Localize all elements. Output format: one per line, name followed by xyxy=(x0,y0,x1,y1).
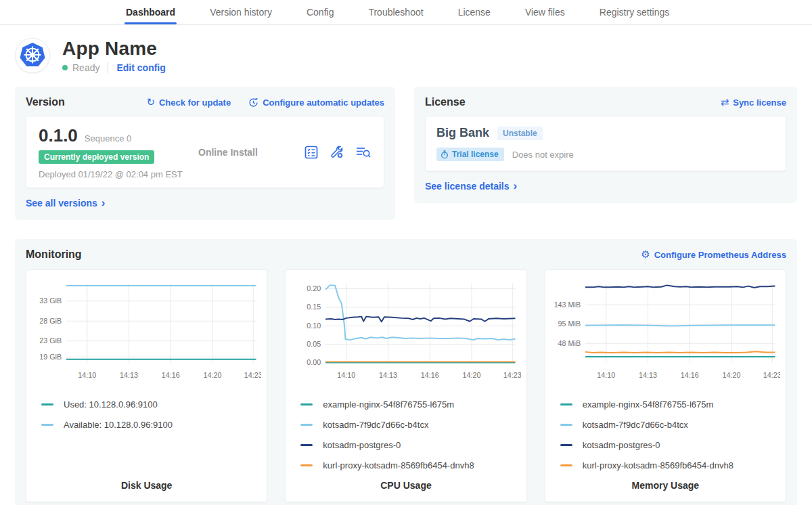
svg-text:0.15: 0.15 xyxy=(307,303,321,311)
svg-text:14:23: 14:23 xyxy=(503,371,521,379)
legend-item: kotsadm-postgres-0 xyxy=(300,440,520,450)
memory-usage-chart: 14:1014:1314:1614:2014:23143 MiB95 MiB48… xyxy=(551,277,780,384)
legend-color-dash xyxy=(300,403,313,405)
version-card-title: Version xyxy=(26,96,65,108)
configure-prometheus-link[interactable]: ⚙ Configure Prometheus Address xyxy=(641,250,786,260)
svg-text:0.05: 0.05 xyxy=(307,340,321,348)
monitoring-section: Monitoring ⚙ Configure Prometheus Addres… xyxy=(15,239,797,505)
legend-color-dash xyxy=(560,444,572,446)
svg-text:14:10: 14:10 xyxy=(338,371,356,379)
svg-text:14:20: 14:20 xyxy=(722,371,740,379)
svg-text:14:23: 14:23 xyxy=(244,371,262,379)
legend-item: kurl-proxy-kotsadm-8569fb6454-dnvh8 xyxy=(300,460,520,470)
legend-label: Available: 10.128.0.96:9100 xyxy=(64,420,173,430)
tab-license[interactable]: License xyxy=(458,0,491,24)
license-customer-name: Big Bank xyxy=(436,126,489,140)
legend-label: kotsadm-7f9dc7d66c-b4tcx xyxy=(323,420,428,430)
app-status-text: Ready xyxy=(72,62,99,73)
svg-text:14:16: 14:16 xyxy=(421,371,439,379)
svg-text:143 MiB: 143 MiB xyxy=(554,301,581,309)
monitoring-title: Monitoring xyxy=(26,248,82,261)
legend-item: kurl-proxy-kotsadm-8569fb6454-dnvh8 xyxy=(560,460,780,470)
legend-label: kurl-proxy-kotsadm-8569fb6454-dnvh8 xyxy=(583,460,734,470)
license-card: License ⇄ Sync license Big Bank Unstable xyxy=(414,87,797,203)
svg-text:14:20: 14:20 xyxy=(463,371,481,379)
preflight-checks-icon[interactable] xyxy=(304,145,319,160)
trial-license-badge: Trial license xyxy=(436,148,504,161)
stopwatch-icon xyxy=(441,150,449,159)
svg-text:14:13: 14:13 xyxy=(639,371,657,379)
legend-label: kotsadm-postgres-0 xyxy=(323,440,401,450)
memory-usage-legend: example-nginx-54f8f76755-l675mkotsadm-7f… xyxy=(560,389,780,470)
svg-text:19 GiB: 19 GiB xyxy=(39,353,62,361)
tab-dashboard[interactable]: Dashboard xyxy=(126,0,175,24)
svg-text:48 MiB: 48 MiB xyxy=(558,339,581,347)
version-number: 0.1.0 xyxy=(39,125,78,146)
divider xyxy=(108,62,108,73)
svg-text:0.20: 0.20 xyxy=(307,284,321,292)
edit-config-link[interactable]: Edit config xyxy=(116,62,165,73)
svg-text:33 GiB: 33 GiB xyxy=(39,297,62,305)
memory-usage-chart-card: 14:1014:1314:1614:2014:23143 MiB95 MiB48… xyxy=(545,269,786,502)
chart-title: CPU Usage xyxy=(291,470,520,493)
channel-badge: Unstable xyxy=(497,127,543,140)
app-name-title: App Name xyxy=(62,38,166,60)
disk-usage-chart-card: 14:1014:1314:1614:2014:2333 GiB28 GiB23 … xyxy=(26,269,267,502)
chart-title: Disk Usage xyxy=(32,470,261,493)
tab-troubleshoot[interactable]: Troubleshoot xyxy=(368,0,423,24)
check-for-update-link[interactable]: ↻ Check for update xyxy=(146,97,231,108)
tab-config[interactable]: Config xyxy=(307,0,334,24)
legend-color-dash xyxy=(560,464,572,466)
current-version-panel: 0.1.0 Sequence 0 Currently deployed vers… xyxy=(26,116,384,188)
svg-text:0.10: 0.10 xyxy=(307,322,321,330)
deployed-badge: Currently deployed version xyxy=(39,150,154,164)
license-card-title: License xyxy=(425,96,466,108)
legend-item: example-nginx-54f8f76755-l675m xyxy=(560,399,780,410)
svg-text:14:20: 14:20 xyxy=(203,371,221,379)
svg-text:14:10: 14:10 xyxy=(597,371,615,379)
legend-color-dash xyxy=(41,403,53,405)
sync-license-link[interactable]: ⇄ Sync license xyxy=(721,97,786,108)
legend-color-dash xyxy=(41,424,53,426)
version-sequence: Sequence 0 xyxy=(85,133,131,144)
svg-text:14:16: 14:16 xyxy=(162,371,180,379)
configure-automatic-updates-link[interactable]: Configure automatic updates xyxy=(248,97,384,108)
tab-version-history[interactable]: Version history xyxy=(210,0,272,24)
svg-text:28 GiB: 28 GiB xyxy=(39,317,62,325)
cpu-usage-chart-card: 14:1014:1314:1614:2014:230.200.150.100.0… xyxy=(285,269,526,502)
legend-color-dash xyxy=(300,464,313,466)
top-navigation: Dashboard Version history Config Trouble… xyxy=(0,0,812,25)
svg-text:14:10: 14:10 xyxy=(78,371,96,379)
license-expiry-text: Does not expire xyxy=(512,150,574,160)
see-all-versions-link[interactable]: See all versions › xyxy=(26,198,106,209)
tab-registry-settings[interactable]: Registry settings xyxy=(600,0,669,24)
license-panel: Big Bank Unstable Trial license Does not… xyxy=(425,116,786,171)
legend-item: kotsadm-7f9dc7d66c-b4tcx xyxy=(560,420,780,430)
disk-usage-chart: 14:1014:1314:1614:2014:2333 GiB28 GiB23 … xyxy=(32,277,261,384)
gear-icon: ⚙ xyxy=(641,250,650,260)
refresh-icon: ↻ xyxy=(146,97,155,108)
edit-config-icon[interactable] xyxy=(330,145,344,160)
svg-text:14:23: 14:23 xyxy=(763,371,780,379)
cpu-usage-legend: example-nginx-54f8f76755-l675mkotsadm-7f… xyxy=(300,389,520,470)
view-logs-icon[interactable] xyxy=(355,145,371,160)
cpu-usage-chart: 14:1014:1314:1614:2014:230.200.150.100.0… xyxy=(291,277,520,384)
svg-text:14:13: 14:13 xyxy=(379,371,397,379)
legend-label: example-nginx-54f8f76755-l675m xyxy=(583,399,714,410)
see-license-details-link[interactable]: See license details › xyxy=(425,181,517,192)
legend-color-dash xyxy=(300,424,313,426)
install-type-label: Online Install xyxy=(194,147,304,158)
disk-usage-legend: Used: 10.128.0.96:9100Available: 10.128.… xyxy=(41,389,261,430)
ready-status-dot xyxy=(62,65,68,70)
app-logo xyxy=(15,38,50,73)
chevron-right-icon: › xyxy=(102,197,106,208)
legend-label: kotsadm-7f9dc7d66c-b4tcx xyxy=(583,420,688,430)
app-header: App Name Ready Edit config xyxy=(15,38,797,73)
legend-item: kotsadm-7f9dc7d66c-b4tcx xyxy=(300,420,520,430)
legend-item: Available: 10.128.0.96:9100 xyxy=(41,420,261,430)
legend-color-dash xyxy=(300,444,313,446)
deployed-timestamp: Deployed 01/19/22 @ 02:04 pm EST xyxy=(39,169,194,179)
legend-item: Used: 10.128.0.96:9100 xyxy=(41,399,261,410)
tab-view-files[interactable]: View files xyxy=(525,0,565,24)
sync-icon: ⇄ xyxy=(721,97,729,108)
